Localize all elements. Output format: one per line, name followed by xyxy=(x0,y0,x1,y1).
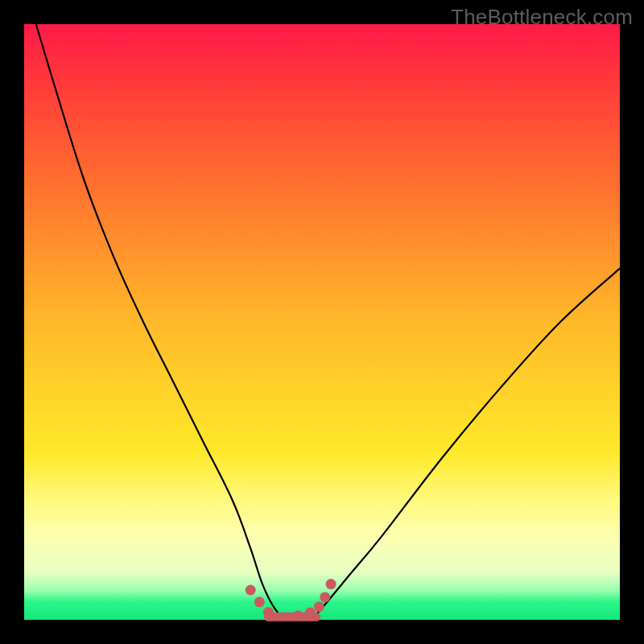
valley-dot xyxy=(305,608,316,618)
curve-svg xyxy=(24,24,620,620)
valley-dot xyxy=(254,597,265,607)
valley-dot xyxy=(320,592,330,602)
bottleneck-curve-path xyxy=(36,24,620,621)
plot-area xyxy=(24,24,620,620)
chart-frame: TheBottleneck.com xyxy=(0,0,644,644)
valley-dot xyxy=(263,607,274,617)
valley-dot xyxy=(326,579,336,589)
valley-dot xyxy=(246,585,256,596)
valley-dot xyxy=(314,601,324,612)
valley-dot xyxy=(293,610,303,621)
